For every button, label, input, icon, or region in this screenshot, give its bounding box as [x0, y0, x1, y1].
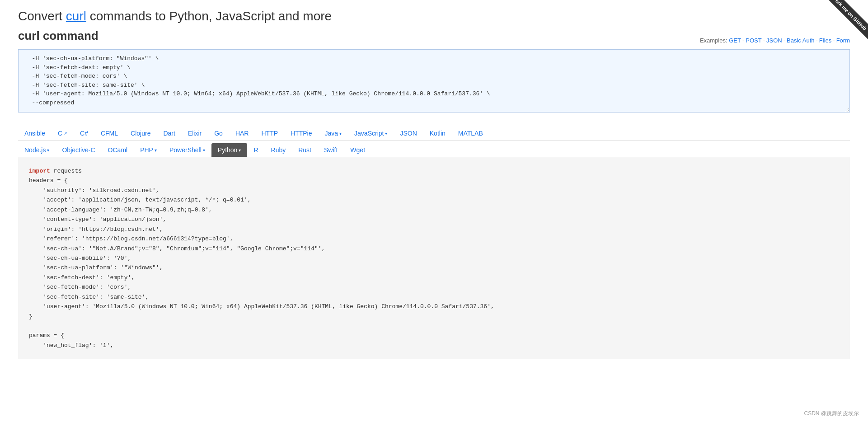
tab-objectivec[interactable]: Objective-C	[56, 143, 101, 157]
page-title: Convert curl commands to Python, JavaScr…	[18, 9, 850, 23]
code-output: import requests headers = { 'authority':…	[18, 157, 850, 359]
example-basic-auth[interactable]: Basic Auth	[787, 37, 814, 44]
tab-ocaml[interactable]: OCaml	[102, 143, 134, 157]
tab-swift[interactable]: Swift	[318, 143, 344, 157]
github-banner-text: Fork me on GitHub	[824, 0, 868, 40]
tab-ruby[interactable]: Ruby	[265, 143, 292, 157]
tab-httppie[interactable]: HTTPie	[284, 127, 318, 140]
curl-input[interactable]: -H 'sec-ch-ua-platform: "Windows"' \ -H …	[18, 49, 850, 113]
import-keyword: import	[29, 168, 50, 174]
title-suffix: commands to Python, JavaScript and more	[86, 9, 332, 23]
tab-nodejs[interactable]: Node.js ▾	[18, 143, 56, 157]
example-post[interactable]: POST	[746, 37, 761, 44]
example-get[interactable]: GET	[729, 37, 741, 44]
tab-csharp[interactable]: C#	[74, 127, 94, 140]
tab-matlab[interactable]: MATLAB	[452, 127, 489, 140]
page-wrapper: Convert curl commands to Python, JavaScr…	[0, 0, 868, 368]
tab-wget[interactable]: Wget	[344, 143, 371, 157]
curl-link[interactable]: curl	[66, 9, 86, 23]
code-body: headers = { 'authority': 'silkroad.csdn.…	[29, 177, 494, 348]
lang-tabs: Ansible C ↗ C# CFML Clojure Dart Elixir …	[18, 122, 850, 141]
tab-ansible[interactable]: Ansible	[18, 127, 52, 140]
tab-kotlin[interactable]: Kotlin	[423, 127, 452, 140]
tab-go[interactable]: Go	[208, 127, 229, 140]
tab-javascript[interactable]: JavaScript ▾	[348, 127, 394, 140]
tab-http[interactable]: HTTP	[255, 127, 284, 140]
lang-tabs-row2: Node.js ▾ Objective-C OCaml PHP ▾ PowerS…	[18, 141, 850, 157]
import-rest: requests	[50, 168, 82, 174]
tab-elixir[interactable]: Elixir	[182, 127, 208, 140]
tab-json[interactable]: JSON	[394, 127, 423, 140]
title-prefix: Convert	[18, 9, 66, 23]
tab-dart[interactable]: Dart	[157, 127, 181, 140]
tab-python[interactable]: Python ▾	[211, 143, 248, 157]
tab-php[interactable]: PHP ▾	[134, 143, 163, 157]
tab-c[interactable]: C ↗	[52, 127, 74, 140]
example-json[interactable]: JSON	[766, 37, 782, 44]
tab-rust[interactable]: Rust	[292, 143, 318, 157]
tab-r[interactable]: R	[247, 143, 264, 157]
github-banner[interactable]: Fork me on GitHub	[814, 0, 868, 54]
tab-java[interactable]: Java ▾	[319, 127, 348, 140]
tab-clojure[interactable]: Clojure	[124, 127, 157, 140]
tab-powershell[interactable]: PowerShell ▾	[163, 143, 211, 157]
tab-har[interactable]: HAR	[229, 127, 255, 140]
curl-section: curl command Examples: GET-POST-JSON-Bas…	[18, 29, 850, 114]
examples-label: Examples:	[700, 37, 727, 44]
curl-label: curl command	[18, 29, 99, 43]
tab-cfml[interactable]: CFML	[94, 127, 124, 140]
